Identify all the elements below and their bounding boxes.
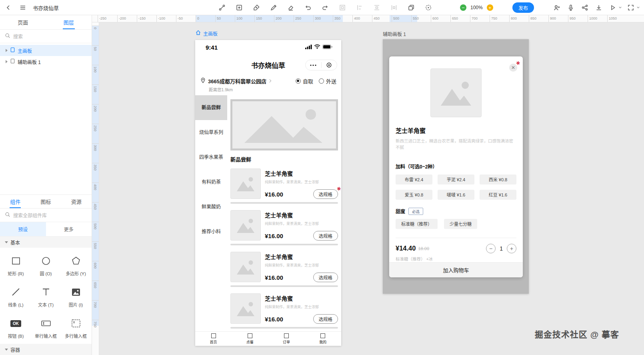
tab-home[interactable]: 首页 [195, 332, 232, 346]
distribute-horizontal-icon[interactable] [389, 2, 399, 13]
share-icon[interactable] [580, 2, 590, 13]
zoom-out-icon[interactable]: − [460, 4, 466, 11]
download-icon[interactable] [594, 2, 604, 13]
category-item[interactable]: 烧仙草系列 [195, 120, 227, 145]
publish-button[interactable]: 发布 [512, 2, 534, 13]
component-line[interactable]: 线条 (L) [1, 281, 31, 313]
comment-annotation-icon[interactable]: ✱ [515, 60, 520, 66]
ruler-tick: 750 [490, 15, 490, 22]
fullscreen-icon[interactable] [626, 2, 636, 13]
addon-chip[interactable]: 啵啵 ¥1.6 [438, 190, 474, 200]
tab-profile[interactable]: 我的 [305, 332, 341, 346]
main-artboard[interactable]: 9:41 书亦烧仙草 3665成都万科翡翠公园店 [195, 40, 341, 346]
component-single-line-input[interactable]: 单行输入框 [31, 313, 61, 344]
minus-icon[interactable]: − [486, 244, 496, 253]
horizontal-ruler[interactable]: -250-200-150-100-50050100150200250300350… [92, 15, 644, 22]
layer-item-main-artboard[interactable]: 主画板 [0, 45, 92, 56]
product-card[interactable]: 芝士羊角蜜 纯鲜果制作，果茶清爽，芝士浓郁 ¥16.00 选规格✱ [227, 164, 341, 202]
store-header: 书亦烧仙草 [195, 54, 341, 75]
category-item[interactable]: 有料奶茶 [195, 170, 227, 195]
addon-chip[interactable]: 爱玉 ¥0.8 [396, 190, 432, 200]
mask-icon[interactable] [337, 2, 348, 13]
section-basic[interactable]: 基本 [0, 237, 92, 248]
store-address[interactable]: 3665成都万科翡翠公园店 [208, 77, 266, 85]
zoom-in-icon[interactable]: + [487, 4, 493, 11]
preview-play-icon[interactable] [608, 2, 618, 13]
align-left-icon[interactable] [354, 2, 365, 13]
tab-orders[interactable]: 订单 [268, 332, 305, 346]
add-frame-icon[interactable] [234, 2, 244, 13]
select-spec-button[interactable]: 选规格 [313, 273, 338, 282]
product-card[interactable]: 芝士羊角蜜 纯鲜果制作，果茶清爽，芝士浓郁 ¥16.00 选规格 [227, 289, 341, 327]
fullscreen-caret-icon[interactable] [636, 5, 640, 10]
duplicate-icon[interactable] [406, 2, 416, 13]
ruler-tick: 600 [431, 15, 431, 22]
microphone-icon[interactable] [566, 2, 576, 13]
back-icon[interactable] [3, 2, 14, 13]
component-button[interactable]: OK 按钮 (B) [1, 313, 31, 344]
main-artboard-label[interactable]: 主画板 [195, 30, 218, 37]
tab-layers[interactable]: 图层 [46, 15, 92, 29]
addon-chip[interactable]: 西米 ¥0.8 [480, 174, 516, 185]
pencil-icon[interactable] [268, 2, 279, 13]
addon-chip[interactable]: 红豆 ¥1.6 [480, 190, 516, 200]
select-spec-button[interactable]: 选规格 [313, 231, 338, 241]
redo-icon[interactable] [320, 2, 330, 13]
canvas[interactable]: 主画板 9:41 书亦烧仙草 [99, 22, 644, 355]
aux-artboard-label[interactable]: 辅助画板 1 [383, 30, 406, 37]
component-image[interactable]: 图片 (I) [61, 281, 91, 313]
aux-artboard[interactable]: ✕ ✱ 芝士羊角蜜 新西兰进口芝士，精选台农芒果，搭配清爽绿茶，口感饱满浓密不腻… [383, 39, 529, 294]
distribute-vertical-icon[interactable] [372, 2, 382, 13]
preview-caret-icon[interactable] [618, 5, 622, 10]
select-spec-button[interactable]: 选规格 [313, 314, 338, 324]
pickup-radio[interactable]: 自取 [296, 77, 313, 85]
delivery-radio[interactable]: 外送 [319, 77, 336, 85]
component-rectangle[interactable]: 矩形 (R) [1, 250, 31, 281]
plus-icon[interactable]: + [507, 244, 516, 253]
zoom-level[interactable]: 100% [470, 5, 483, 10]
tab-resources[interactable]: 资源 [61, 195, 92, 208]
addon-chip[interactable]: 布雷 ¥2.4 [396, 174, 432, 185]
select-spec-button[interactable]: 选规格 [313, 189, 338, 199]
node-connect-icon[interactable] [217, 2, 227, 13]
layer-search-input[interactable]: 搜索 [0, 30, 92, 43]
menu-icon[interactable] [18, 2, 28, 13]
tab-more[interactable]: 更多 [46, 222, 92, 236]
category-item[interactable]: 新品尝鲜 [195, 95, 227, 120]
add-to-cart-button[interactable]: 加入购物车 [389, 262, 523, 277]
library-search-input[interactable]: 搜索全部组件库 [0, 209, 92, 222]
status-bar: 9:41 [195, 40, 341, 54]
component-multi-line-input[interactable]: 多行输入框 [61, 313, 91, 344]
section-container[interactable]: 容器 [0, 344, 92, 355]
product-card[interactable]: 芝士羊角蜜 纯鲜果制作，果茶清爽，芝士浓郁 ¥16.00 选规格 [227, 206, 341, 244]
undo-icon[interactable] [303, 2, 313, 13]
eraser-icon[interactable] [286, 2, 296, 13]
component-polygon[interactable]: 多边形 (Y) [61, 250, 91, 281]
component-target-icon[interactable] [423, 2, 434, 13]
tab-components[interactable]: 组件 [0, 195, 30, 208]
more-menu-icon[interactable] [306, 60, 321, 70]
tab-order-food[interactable]: 点餐 [232, 332, 268, 346]
component-circle[interactable]: 圆 (O) [31, 250, 61, 281]
pen-icon[interactable] [251, 2, 262, 13]
collaborators-icon[interactable] [552, 2, 562, 13]
expand-chevron-icon[interactable] [6, 60, 8, 63]
category-item[interactable]: 四季水果茶 [195, 145, 227, 170]
addon-chip[interactable]: 芋泥 ¥2.4 [438, 174, 474, 185]
product-description: 纯鲜果制作，果茶清爽，芝士浓郁 [265, 263, 338, 268]
sweetness-chip[interactable]: 少量七分糖 [444, 219, 477, 229]
tab-icons[interactable]: 图标 [30, 195, 61, 208]
tab-presets[interactable]: 预设 [0, 222, 46, 236]
ruler-tick: 350 [333, 15, 333, 22]
component-text[interactable]: 文本 (T) [31, 281, 61, 313]
product-card[interactable]: 芝士羊角蜜 纯鲜果制作，果茶清爽，芝士浓郁 ¥16.00 选规格 [227, 248, 341, 285]
close-target-icon[interactable] [322, 60, 337, 70]
category-item[interactable]: 鲜果酸奶 [195, 195, 227, 219]
expand-chevron-icon[interactable] [6, 49, 8, 52]
layer-item-aux-artboard[interactable]: 辅助画板 1 [0, 56, 92, 67]
sweetness-chip[interactable]: 标准糖（推荐） [396, 219, 438, 229]
category-item[interactable]: 推荐小料 [195, 219, 227, 244]
vertical-ruler[interactable]: 0501001502002503003504004505005506006507… [92, 22, 99, 355]
tab-pages[interactable]: 页面 [0, 15, 46, 29]
comment-annotation-icon[interactable]: ✱ [336, 186, 341, 192]
